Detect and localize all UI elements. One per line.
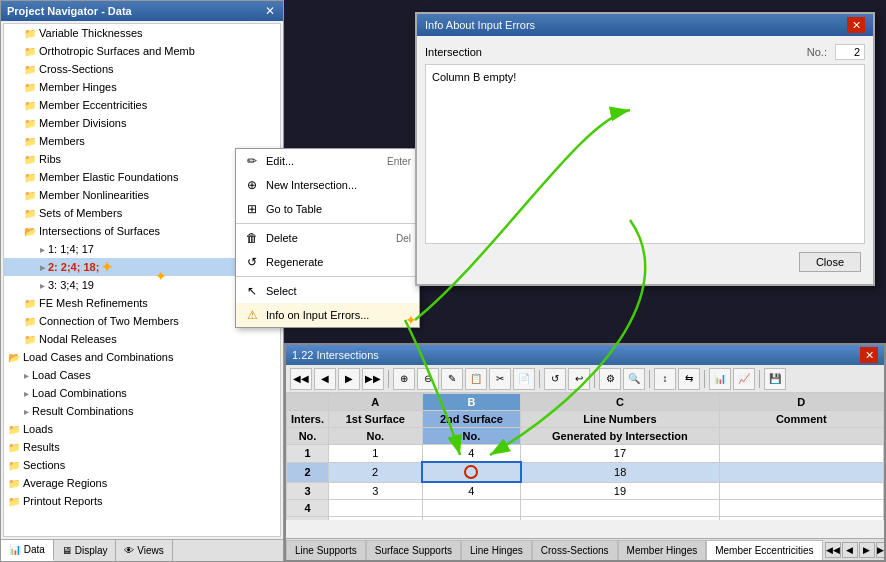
toolbar-btn-6[interactable]: ⊖ [417, 368, 439, 390]
cell-d-3[interactable] [719, 482, 883, 500]
cell-d-2[interactable] [719, 462, 883, 482]
tree-item-nodal-releases[interactable]: 📁Nodal Releases [4, 330, 280, 348]
tree-label-load-cases: Load Cases [32, 369, 91, 381]
tab-nav-btn-1[interactable]: ◀ [842, 542, 858, 558]
cell-d-1[interactable] [719, 445, 883, 463]
toolbar-btn-19[interactable]: ⇆ [678, 368, 700, 390]
col-header2-0: No. [287, 428, 329, 445]
toolbar-btn-0[interactable]: ◀◀ [290, 368, 312, 390]
tab-nav-btn-0[interactable]: ◀◀ [825, 542, 841, 558]
table-row[interactable]: 33419 [287, 482, 884, 500]
cell-b-2[interactable] [422, 462, 521, 482]
cell-a-3[interactable]: 3 [329, 482, 423, 500]
col-letter-4: D [719, 394, 883, 411]
tree-label-average-regions: Average Regions [23, 477, 107, 489]
tree-item-printout-reports[interactable]: 📁Printout Reports [4, 492, 280, 510]
cell-c-5[interactable] [521, 517, 719, 520]
table-tab-4[interactable]: Member Hinges [618, 540, 707, 560]
tree-label-loads: Loads [23, 423, 53, 435]
toolbar-btn-18[interactable]: ↕ [654, 368, 676, 390]
tree-label-cross-sections: Cross-Sections [39, 63, 114, 75]
tree-item-load-cases-combinations[interactable]: 📂Load Cases and Combinations [4, 348, 280, 366]
cell-a-5[interactable] [329, 517, 423, 520]
table-row[interactable]: 4 [287, 500, 884, 517]
tree-item-variable-thicknesses[interactable]: 📁Variable Thicknesses [4, 24, 280, 42]
cell-a-1[interactable]: 1 [329, 445, 423, 463]
table-tab-5[interactable]: Member Eccentricities [706, 540, 822, 560]
toolbar-btn-22[interactable]: 📈 [733, 368, 755, 390]
ctx-item-go-to-table[interactable]: ⊞Go to Table [236, 197, 419, 221]
cell-d-5[interactable] [719, 517, 883, 520]
tab-nav-btn-2[interactable]: ▶ [859, 542, 875, 558]
table-tab-1[interactable]: Surface Supports [366, 540, 461, 560]
cell-d-4[interactable] [719, 500, 883, 517]
dialog-no-value: 2 [835, 44, 865, 60]
ctx-item-select[interactable]: ↖Select [236, 279, 419, 303]
tree-item-member-divisions[interactable]: 📁Member Divisions [4, 114, 280, 132]
toolbar-btn-8[interactable]: 📋 [465, 368, 487, 390]
dialog-no-label: No.: [807, 46, 827, 58]
tree-label-variable-thicknesses: Variable Thicknesses [39, 27, 143, 39]
dialog-close-btn[interactable]: Close [799, 252, 861, 272]
cell-c-2[interactable]: 18 [521, 462, 719, 482]
toolbar-btn-16[interactable]: 🔍 [623, 368, 645, 390]
col-header1-3: Line Numbers [521, 411, 719, 428]
ctx-item-regenerate[interactable]: ↺Regenerate [236, 250, 419, 274]
tree-item-load-combinations[interactable]: ▸Load Combinations [4, 384, 280, 402]
cell-a-2[interactable]: 2 [329, 462, 423, 482]
ctx-item-edit[interactable]: ✏Edit...Enter [236, 149, 419, 173]
tree-item-cross-sections[interactable]: 📁Cross-Sections [4, 60, 280, 78]
toolbar-btn-15[interactable]: ⚙ [599, 368, 621, 390]
cell-c-1[interactable]: 17 [521, 445, 719, 463]
nav-tab-display[interactable]: 🖥 Display [54, 540, 117, 561]
cell-a-4[interactable] [329, 500, 423, 517]
toolbar-btn-5[interactable]: ⊕ [393, 368, 415, 390]
table-row[interactable]: 11417 [287, 445, 884, 463]
cell-c-3[interactable]: 19 [521, 482, 719, 500]
tree-item-member-eccentricities[interactable]: 📁Member Eccentricities [4, 96, 280, 114]
table-row[interactable]: 2218 [287, 462, 884, 482]
tree-item-member-hinges[interactable]: 📁Member Hinges [4, 78, 280, 96]
ctx-item-info-errors[interactable]: ⚠Info on Input Errors... [236, 303, 419, 327]
toolbar-btn-2[interactable]: ▶ [338, 368, 360, 390]
info-dialog: Info About Input Errors ✕ Intersection N… [415, 12, 875, 286]
tree-item-sections[interactable]: 📁Sections [4, 456, 280, 474]
cell-b-3[interactable]: 4 [422, 482, 521, 500]
toolbar-btn-10[interactable]: 📄 [513, 368, 535, 390]
toolbar-btn-1[interactable]: ◀ [314, 368, 336, 390]
cell-c-4[interactable] [521, 500, 719, 517]
tree-item-orthotropic-surfaces[interactable]: 📁Orthotropic Surfaces and Memb [4, 42, 280, 60]
table-tab-0[interactable]: Line Supports [286, 540, 366, 560]
ctx-item-new-intersection[interactable]: ⊕New Intersection... [236, 173, 419, 197]
table-row[interactable]: 5 [287, 517, 884, 520]
navigator-close-button[interactable]: ✕ [263, 4, 277, 18]
tree-item-average-regions[interactable]: 📁Average Regions [4, 474, 280, 492]
tree-item-result-combinations[interactable]: ▸Result Combinations [4, 402, 280, 420]
tree-item-load-cases[interactable]: ▸Load Cases [4, 366, 280, 384]
nav-tab-views[interactable]: 👁 Views [116, 540, 172, 561]
cell-rownum-2: 2 [287, 462, 329, 482]
toolbar-btn-21[interactable]: 📊 [709, 368, 731, 390]
dialog-close-button[interactable]: ✕ [847, 17, 865, 33]
cell-b-1[interactable]: 4 [422, 445, 521, 463]
tab-nav-btn-3[interactable]: ▶▶ [876, 542, 884, 558]
ctx-item-delete[interactable]: 🗑DeleteDel [236, 226, 419, 250]
table-close-button[interactable]: ✕ [860, 347, 878, 363]
table-tab-2[interactable]: Line Hinges [461, 540, 532, 560]
col-header1-4: Comment [719, 411, 883, 428]
toolbar-btn-13[interactable]: ↩ [568, 368, 590, 390]
tree-item-loads[interactable]: 📁Loads [4, 420, 280, 438]
trash-icon: 🗑 [244, 230, 260, 246]
toolbar-btn-7[interactable]: ✎ [441, 368, 463, 390]
toolbar-btn-3[interactable]: ▶▶ [362, 368, 384, 390]
toolbar-btn-12[interactable]: ↺ [544, 368, 566, 390]
table-titlebar: 1.22 Intersections ✕ [286, 345, 884, 365]
cell-b-5[interactable] [422, 517, 521, 520]
cell-b-4[interactable] [422, 500, 521, 517]
tree-item-results[interactable]: 📁Results [4, 438, 280, 456]
nav-tab-data[interactable]: 📊 Data [1, 540, 54, 561]
toolbar-btn-24[interactable]: 💾 [764, 368, 786, 390]
spreadsheet-area[interactable]: ABCDInters.1st Surface2nd SurfaceLine Nu… [286, 393, 884, 520]
table-tab-3[interactable]: Cross-Sections [532, 540, 618, 560]
toolbar-btn-9[interactable]: ✂ [489, 368, 511, 390]
